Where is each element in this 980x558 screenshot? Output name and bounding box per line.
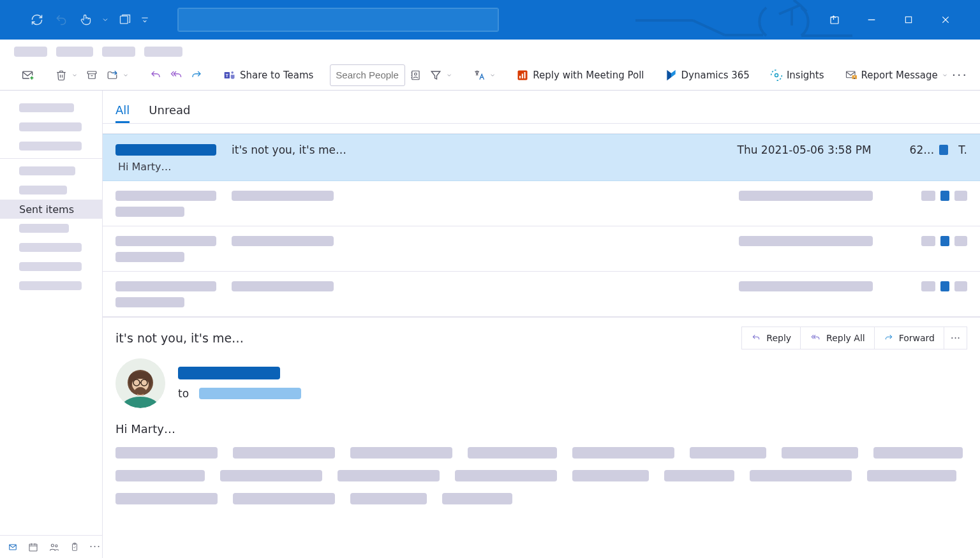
action-forward-button[interactable]: Forward [875, 327, 944, 349]
decorative-lines [635, 0, 852, 40]
sidebar-nav-bar: ··· [0, 535, 102, 558]
svg-rect-19 [87, 71, 96, 74]
message-list-header: All Unread [103, 91, 980, 124]
folder-sidebar: Sent items ··· [0, 91, 103, 558]
reply-meeting-poll-button[interactable]: Reply with Meeting Poll [512, 64, 648, 86]
action-reply-all-label: Reply All [826, 333, 865, 343]
category-square [939, 145, 948, 155]
ribbon-tabstrip [0, 40, 980, 60]
reply-meeting-poll-label: Reply with Meeting Poll [533, 70, 644, 81]
ribbon: T Share to Teams Reply with Meeting Poll… [0, 60, 980, 91]
action-reply-label: Reply [766, 333, 791, 343]
translate-button[interactable] [469, 64, 500, 86]
sidebar-item[interactable] [0, 98, 102, 117]
open-new-window-icon[interactable] [114, 8, 137, 31]
action-more-button[interactable]: ··· [944, 327, 967, 349]
svg-rect-12 [905, 17, 911, 22]
filter-button[interactable] [426, 64, 456, 86]
delete-button[interactable] [51, 64, 82, 86]
sidebar-item[interactable] [0, 117, 102, 136]
new-email-button[interactable] [18, 64, 38, 86]
archive-button[interactable] [82, 64, 102, 86]
sidebar-item[interactable] [0, 180, 102, 200]
message-size: 62… [910, 143, 935, 156]
maximize-icon[interactable] [897, 8, 920, 31]
minimize-icon[interactable] [860, 8, 883, 31]
share-to-teams-button[interactable]: T Share to Teams [219, 64, 317, 86]
reply-all-button[interactable] [166, 64, 186, 86]
svg-text:T: T [226, 73, 228, 77]
customize-toolbar-icon[interactable] [138, 8, 152, 31]
svg-point-39 [854, 78, 854, 78]
sidebar-item-label: Sent items [19, 203, 74, 216]
dynamics-label: Dynamics 365 [681, 70, 750, 81]
tab-all[interactable]: All [115, 103, 130, 123]
svg-point-29 [415, 73, 417, 75]
sidebar-item[interactable] [0, 219, 102, 238]
mail-icon[interactable] [8, 541, 18, 553]
address-book-button[interactable] [405, 64, 426, 86]
chevron-down-icon[interactable] [98, 8, 112, 31]
svg-rect-34 [524, 72, 526, 78]
to-label: to [178, 387, 189, 400]
undo-icon [50, 8, 73, 31]
svg-line-7 [794, 0, 800, 5]
title-bar [0, 0, 980, 40]
search-people-input[interactable] [330, 64, 405, 86]
report-message-label: Report Message [861, 70, 938, 81]
sender-name-placeholder [178, 367, 280, 379]
message-type: T. [958, 143, 967, 156]
sidebar-item[interactable] [0, 136, 102, 156]
refresh-icon[interactable] [26, 8, 48, 31]
sidebar-item-sent-items[interactable]: Sent items [0, 200, 102, 219]
ribbon-tab-placeholder [14, 47, 47, 57]
svg-marker-30 [432, 71, 441, 79]
touch-mode-icon[interactable] [74, 8, 97, 31]
sidebar-item[interactable] [0, 276, 102, 295]
message-item[interactable] [103, 181, 980, 226]
reply-button[interactable] [145, 64, 166, 86]
svg-point-24 [231, 71, 234, 74]
message-date: Thu 2021-05-06 3:58 PM [738, 143, 872, 156]
tasks-icon[interactable] [70, 541, 79, 553]
ribbon-tab-placeholder [102, 47, 135, 57]
sidebar-item[interactable] [0, 238, 102, 257]
ribbon-tab-placeholder [56, 47, 93, 57]
move-to-button[interactable] [102, 64, 133, 86]
more-icon[interactable]: ··· [89, 541, 101, 553]
ribbon-overflow-button[interactable]: ··· [952, 68, 977, 83]
svg-line-6 [779, 5, 800, 14]
insights-button[interactable]: Insights [766, 64, 828, 86]
people-icon[interactable] [48, 541, 60, 553]
message-preview: Hi Marty… [115, 161, 172, 173]
sidebar-item[interactable] [0, 161, 102, 180]
calendar-icon[interactable] [28, 541, 38, 553]
message-item[interactable] [103, 272, 980, 316]
message-item-selected[interactable]: it's not you, it's me… Thu 2021-05-06 3:… [103, 134, 980, 181]
reading-subject: it's not you, it's me… [115, 331, 244, 345]
action-forward-label: Forward [899, 333, 935, 343]
reading-pane: it's not you, it's me… Reply Reply All F… [103, 316, 980, 558]
insights-label: Insights [787, 70, 824, 81]
message-item[interactable] [103, 226, 980, 272]
tab-unread[interactable]: Unread [149, 103, 190, 123]
sender-avatar [115, 358, 165, 408]
svg-point-35 [775, 73, 778, 77]
message-subject: it's not you, it's me… [232, 143, 346, 156]
svg-rect-41 [29, 544, 37, 551]
report-message-button[interactable]: Report Message [841, 64, 952, 86]
svg-rect-33 [522, 73, 523, 78]
recipient-placeholder [199, 388, 301, 399]
forward-button[interactable] [186, 64, 207, 86]
svg-point-46 [56, 545, 57, 547]
sidebar-item[interactable] [0, 257, 102, 276]
message-body-greeting: Hi Marty… [115, 422, 967, 436]
svg-point-45 [51, 544, 54, 547]
close-icon[interactable] [934, 8, 957, 31]
global-search-input[interactable] [177, 8, 499, 32]
action-reply-all-button[interactable]: Reply All [801, 327, 875, 349]
sender-placeholder [115, 144, 216, 156]
dynamics-button[interactable]: Dynamics 365 [661, 64, 754, 86]
action-reply-button[interactable]: Reply [741, 327, 801, 349]
svg-line-3 [693, 20, 725, 35]
